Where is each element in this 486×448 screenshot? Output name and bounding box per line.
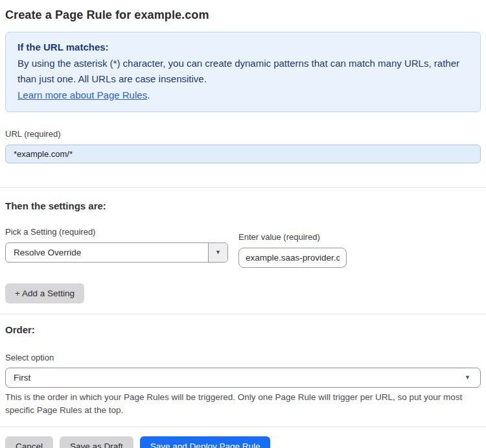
create-page-rule-panel: Create a Page Rule for example.com If th… — [0, 8, 486, 448]
footer-actions: Cancel Save as Draft Save and Deploy Pag… — [5, 436, 481, 448]
info-box-body: By using the asterisk (*) character, you… — [17, 56, 469, 88]
settings-section-heading: Then the settings are: — [5, 200, 481, 211]
pick-setting-label: Pick a Setting (required) — [5, 227, 228, 237]
learn-more-link[interactable]: Learn more about Page Rules — [17, 89, 147, 100]
divider — [0, 187, 486, 188]
save-as-draft-button[interactable]: Save as Draft — [60, 436, 133, 448]
pick-setting-dropdown[interactable]: Resolve Override ▼ — [5, 242, 228, 263]
setting-row: Pick a Setting (required) Resolve Overri… — [5, 227, 481, 268]
url-match-info-box: If the URL matches: By using the asteris… — [5, 32, 481, 112]
setting-value-input[interactable] — [238, 248, 347, 268]
chevron-down-icon: ▼ — [215, 250, 221, 255]
url-field-label: URL (required) — [5, 129, 481, 139]
save-and-deploy-button[interactable]: Save and Deploy Page Rule — [140, 436, 271, 448]
pick-setting-column: Pick a Setting (required) Resolve Overri… — [5, 227, 228, 263]
dropdown-arrow-button[interactable]: ▼ — [208, 243, 227, 262]
chevron-down-icon: ▼ — [465, 375, 470, 381]
enter-value-label: Enter value (required) — [238, 232, 347, 242]
enter-value-column: Enter value (required) — [238, 227, 347, 268]
link-suffix: . — [147, 89, 150, 100]
divider — [0, 427, 486, 427]
info-box-link-line: Learn more about Page Rules. — [17, 88, 469, 104]
pick-setting-dropdown-value: Resolve Override — [6, 248, 208, 257]
order-help-text: This is the order in which your Page Rul… — [5, 391, 472, 417]
add-setting-button[interactable]: + Add a Setting — [5, 283, 84, 303]
page-title: Create a Page Rule for example.com — [5, 8, 481, 22]
divider — [0, 314, 486, 314]
order-select-dropdown[interactable]: First ▼ — [5, 368, 481, 388]
order-section-heading: Order: — [5, 324, 481, 335]
info-box-heading: If the URL matches: — [17, 40, 469, 56]
order-select-value: First — [14, 373, 30, 383]
order-select-label: Select option — [5, 353, 481, 362]
cancel-button[interactable]: Cancel — [5, 436, 53, 448]
url-input[interactable] — [5, 145, 481, 163]
